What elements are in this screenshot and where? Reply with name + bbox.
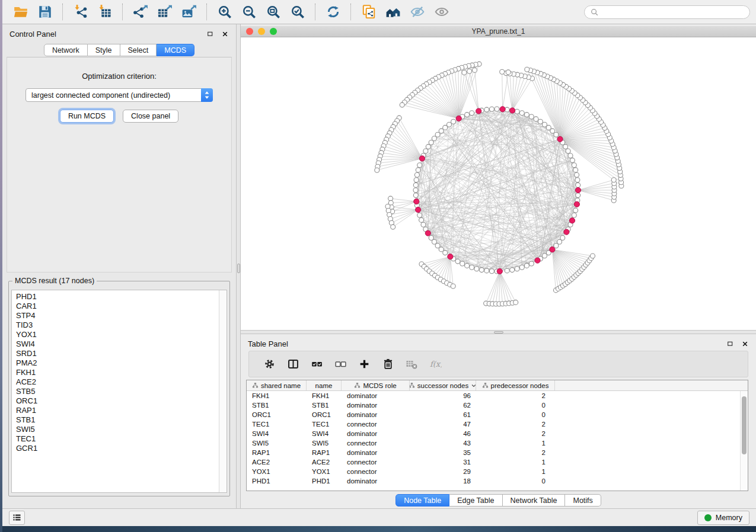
mcds-node-item[interactable]: YOX1	[16, 330, 219, 339]
table-cell[interactable]: ORC1	[247, 411, 307, 418]
table-cell[interactable]: 2	[476, 430, 555, 437]
mcds-node-item[interactable]: GCR1	[16, 444, 219, 453]
table-cell[interactable]: SWI5	[307, 440, 342, 447]
mcds-node-item[interactable]: PHD1	[16, 292, 219, 302]
table-cell[interactable]: RAP1	[307, 449, 342, 456]
table-cell[interactable]: STB1	[247, 402, 307, 409]
table-cell[interactable]: PHD1	[307, 477, 342, 485]
table-cell[interactable]: 96	[410, 392, 476, 399]
search-box[interactable]	[584, 5, 750, 19]
zoom-out-button[interactable]	[237, 2, 261, 22]
table-cell[interactable]: 47	[410, 421, 476, 428]
table-cell[interactable]: 18	[410, 477, 476, 485]
table-row[interactable]: YOX1YOX1connector291	[247, 467, 740, 476]
table-row[interactable]: TEC1TEC1connector472	[247, 419, 740, 429]
table-cell[interactable]: FKH1	[307, 392, 342, 399]
network-canvas[interactable]	[241, 37, 756, 330]
mcds-node-item[interactable]: TID3	[16, 321, 219, 330]
tab-node-table[interactable]: Node Table	[395, 494, 449, 507]
export-network-button[interactable]	[128, 2, 152, 22]
table-cell[interactable]: ACE2	[307, 459, 342, 466]
table-cell[interactable]: dominator	[342, 402, 410, 409]
column-header-predecessor-nodes[interactable]: predecessor nodes	[476, 380, 555, 390]
splitter-grip[interactable]	[237, 264, 240, 273]
criterion-select[interactable]: largest connected component (undirected)	[25, 88, 213, 102]
float-panel-button[interactable]	[726, 340, 734, 348]
column-header-shared-name[interactable]: shared name	[247, 380, 307, 390]
table-cell[interactable]: SWI5	[247, 440, 307, 447]
export-image-button[interactable]	[177, 2, 201, 22]
table-cell[interactable]: FKH1	[247, 392, 307, 399]
run-mcds-button[interactable]: Run MCDS	[60, 110, 114, 123]
table-cell[interactable]: 0	[476, 402, 555, 409]
table-row[interactable]: FKH1FKH1dominator962	[247, 391, 740, 400]
tab-style[interactable]: Style	[88, 44, 120, 56]
mcds-node-item[interactable]: PMA2	[16, 358, 219, 368]
trash-button[interactable]	[376, 354, 400, 375]
table-cell[interactable]: 1	[476, 440, 555, 447]
zoom-in-button[interactable]	[212, 2, 237, 22]
table-row[interactable]: SWI4SWI4dominator462	[247, 429, 740, 438]
table-cell[interactable]: 1	[476, 459, 555, 466]
table-row[interactable]: STB1STB1dominator620	[247, 400, 740, 410]
table-row[interactable]: PHD1PHD1dominator180	[247, 476, 740, 486]
search-input[interactable]	[602, 7, 744, 17]
mcds-list-scrollbar[interactable]	[219, 290, 227, 492]
table-cell[interactable]: 0	[476, 411, 555, 418]
status-menu-button[interactable]	[9, 511, 25, 525]
mcds-node-item[interactable]: ACE2	[16, 377, 219, 387]
table-row[interactable]: ACE2ACE2connector311	[247, 457, 740, 467]
import-table-button[interactable]	[92, 2, 117, 22]
table-cell[interactable]: ORC1	[307, 411, 342, 418]
tab-network-table[interactable]: Network Table	[503, 494, 566, 507]
column-header-name[interactable]: name	[307, 380, 342, 390]
mcds-node-item[interactable]: FKH1	[16, 368, 219, 377]
table-cell[interactable]: dominator	[342, 449, 410, 456]
table-cell[interactable]: dominator	[342, 430, 410, 437]
scrollbar-thumb[interactable]	[742, 396, 747, 454]
table-cell[interactable]: 2	[476, 392, 555, 399]
close-panel-action-button[interactable]: Close panel	[123, 110, 178, 123]
zoom-fit-button[interactable]	[261, 2, 285, 22]
network-graph[interactable]	[241, 37, 756, 330]
close-panel-button[interactable]	[221, 30, 229, 39]
table-cell[interactable]: 43	[410, 440, 476, 447]
column-header-MCDS-role[interactable]: MCDS role	[342, 380, 410, 390]
table-cell[interactable]: YOX1	[307, 468, 342, 475]
hide-selected-button[interactable]	[405, 2, 429, 22]
table-cell[interactable]: connector	[342, 459, 410, 466]
import-network-button[interactable]	[68, 2, 92, 22]
table-cell[interactable]: 2	[476, 421, 555, 428]
splitter-grip[interactable]	[494, 331, 503, 334]
first-neighbors-button[interactable]	[381, 2, 405, 22]
table-cell[interactable]: 35	[410, 449, 476, 456]
column-header-successor-nodes[interactable]: successor nodes	[410, 380, 476, 390]
select-all-button[interactable]	[305, 354, 328, 375]
mcds-node-item[interactable]: ORC1	[16, 396, 219, 406]
tab-mcds[interactable]: MCDS	[157, 44, 194, 56]
table-cell[interactable]: STB1	[307, 402, 342, 409]
float-panel-button[interactable]	[206, 30, 214, 39]
table-row[interactable]: SWI5SWI5connector431	[247, 438, 740, 448]
table-cell[interactable]: SWI4	[307, 430, 342, 437]
mcds-node-item[interactable]: STP4	[16, 311, 219, 321]
table-cell[interactable]: 0	[476, 477, 555, 485]
horizontal-splitter[interactable]	[241, 330, 756, 334]
tab-select[interactable]: Select	[120, 44, 157, 56]
table-cell[interactable]: RAP1	[247, 449, 307, 456]
table-cell[interactable]: 2	[476, 449, 555, 456]
table-scrollbar[interactable]	[740, 391, 748, 491]
table-cell[interactable]: 62	[410, 402, 476, 409]
table-cell[interactable]: TEC1	[307, 421, 342, 428]
table-cell[interactable]: YOX1	[247, 468, 307, 475]
table-cell[interactable]: connector	[342, 468, 410, 475]
table-cell[interactable]: connector	[342, 421, 410, 428]
table-cell[interactable]: dominator	[342, 392, 410, 399]
mcds-node-item[interactable]: TEC1	[16, 434, 219, 444]
memory-button[interactable]: Memory	[697, 511, 749, 525]
mcds-node-item[interactable]: SWI5	[16, 425, 219, 434]
vertical-splitter[interactable]	[236, 24, 241, 508]
table-cell[interactable]: 29	[410, 468, 476, 475]
export-table-button[interactable]	[152, 2, 177, 22]
mcds-node-item[interactable]: STB5	[16, 387, 219, 396]
